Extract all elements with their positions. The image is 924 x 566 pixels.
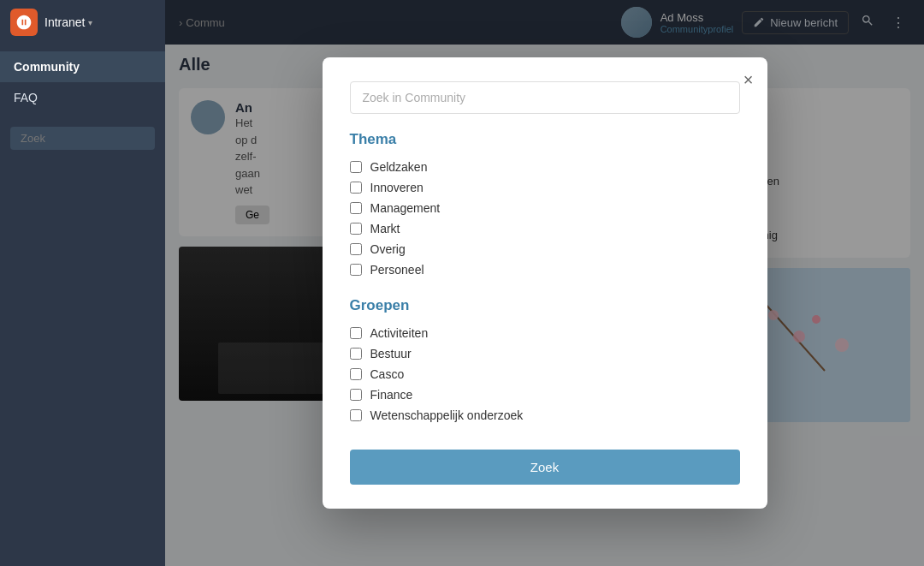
checkbox-markt: Markt	[350, 218, 740, 239]
thema-title: Thema	[350, 131, 740, 148]
sidebar-item-faq[interactable]: FAQ	[0, 82, 165, 113]
checkbox-activiteiten: Activiteiten	[350, 323, 740, 343]
sidebar-nav: Community FAQ	[0, 45, 165, 120]
sidebar-search-input[interactable]	[21, 132, 164, 145]
sidebar: Intranet ▾ Community FAQ	[0, 0, 165, 566]
search-modal: × Thema Geldzaken Innoveren Management	[323, 57, 767, 509]
checkbox-casco: Casco	[350, 364, 740, 384]
main-area: › Commu Ad Moss Communityprofiel Nieuw b…	[165, 0, 924, 566]
checkbox-finance: Finance	[350, 384, 740, 405]
checkbox-overig: Overig	[350, 239, 740, 259]
groepen-group: Groepen Activiteiten Bestuur Casco Finan…	[350, 297, 740, 426]
sidebar-search-container	[10, 127, 155, 150]
modal-close-button[interactable]: ×	[743, 71, 754, 88]
app-name: Intranet	[44, 15, 85, 29]
modal-overlay: × Thema Geldzaken Innoveren Management	[165, 0, 924, 566]
checkbox-bestuur: Bestuur	[350, 343, 740, 364]
checkbox-geldzaken: Geldzaken	[350, 157, 740, 177]
checkbox-management: Management	[350, 198, 740, 218]
groepen-title: Groepen	[350, 297, 740, 314]
modal-search-input[interactable]	[350, 81, 740, 114]
thema-group: Thema Geldzaken Innoveren Management Mar…	[350, 131, 740, 280]
app-chevron-icon: ▾	[88, 18, 92, 27]
app-icon	[10, 9, 38, 36]
checkbox-wetenschappelijk: Wetenschappelijk onderzoek	[350, 405, 740, 426]
sidebar-header: Intranet ▾	[0, 0, 165, 45]
checkbox-innoveren: Innoveren	[350, 177, 740, 198]
checkbox-personeel: Personeel	[350, 259, 740, 280]
sidebar-item-community[interactable]: Community	[0, 51, 165, 82]
modal-search-button[interactable]: Zoek	[350, 450, 740, 485]
